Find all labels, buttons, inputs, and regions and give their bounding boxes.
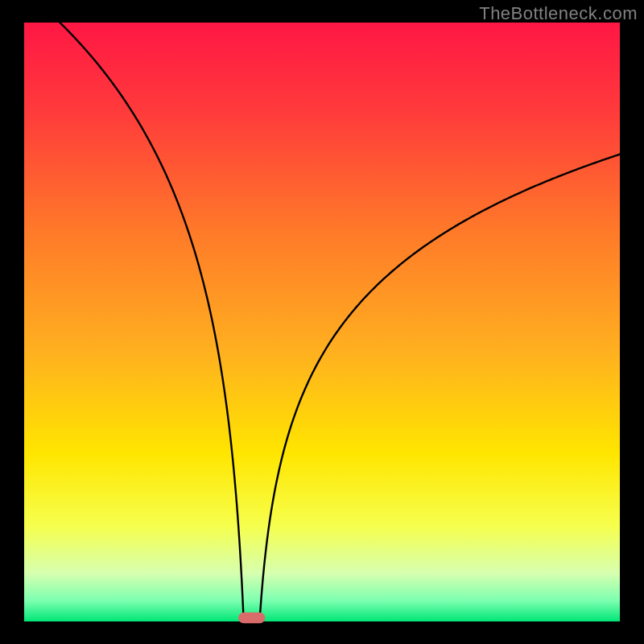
watermark-text: TheBottleneck.com bbox=[479, 3, 638, 24]
bottleneck-marker bbox=[238, 613, 265, 623]
chart-container bbox=[0, 0, 644, 644]
plot-background bbox=[24, 23, 620, 621]
chart-svg bbox=[0, 0, 644, 644]
